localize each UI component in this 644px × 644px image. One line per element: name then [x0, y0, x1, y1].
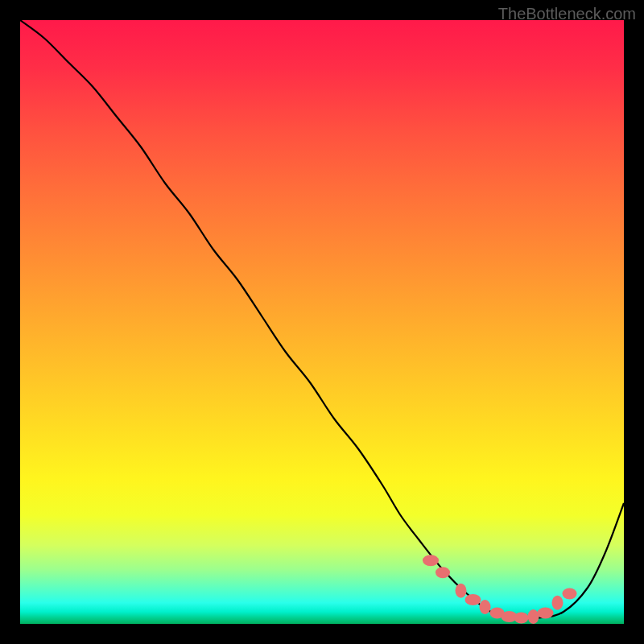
highlight-dot: [528, 609, 539, 624]
highlight-dot: [465, 594, 481, 605]
highlight-dot: [538, 608, 554, 619]
highlight-dot: [423, 555, 439, 566]
bottleneck-curve: [20, 20, 624, 618]
highlight-dot: [552, 596, 564, 610]
highlight-dot: [456, 584, 467, 598]
highlight-dot: [436, 567, 450, 578]
highlight-dot: [480, 600, 491, 614]
chart-svg: [20, 20, 624, 624]
highlight-dot: [514, 613, 529, 624]
optimal-region-markers: [423, 555, 577, 624]
watermark-text: TheBottleneck.com: [498, 5, 636, 23]
chart-plot-area: [20, 20, 624, 624]
highlight-dot: [563, 588, 577, 600]
